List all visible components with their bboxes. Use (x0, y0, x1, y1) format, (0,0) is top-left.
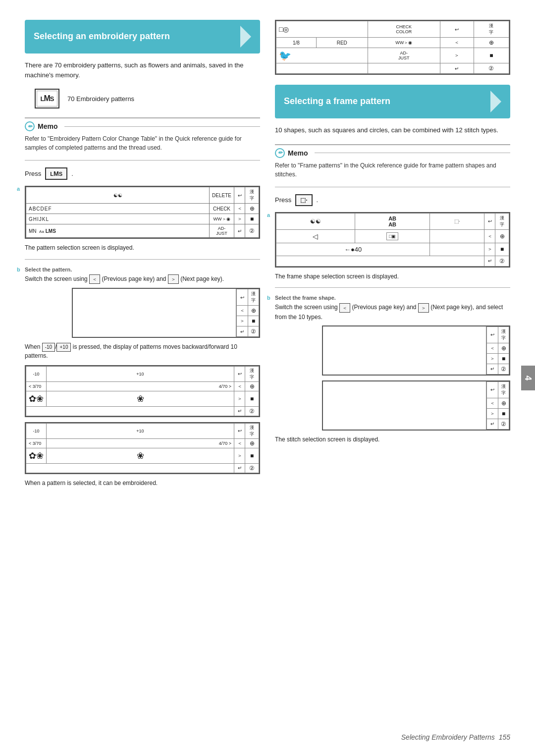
right-prev-key-btn: ＜ (339, 303, 350, 313)
right-empty-screen-1: ↩ 漢字 ＜ ⊕ ＞ ■ ↵ ② (322, 325, 510, 376)
next-key-btn: ＞ (168, 274, 179, 284)
minus10-btn: -10 (42, 343, 55, 352)
right-intro-text: 10 shapes, such as squares and circles, … (275, 125, 510, 135)
press-lms-row: Press LMS . (25, 167, 260, 180)
embroidery-count-label: 70 Embroidery patterns (67, 95, 134, 103)
divider-2 (25, 259, 260, 260)
embroidery-icon-row: LMS 70 Embroidery patterns (35, 89, 260, 108)
caption-final-right: The stitch selection screen is displayed… (275, 435, 510, 444)
right-empty-screen-2: ↩ 漢字 ＜ ⊕ ＞ ■ ↵ ② (322, 380, 510, 431)
caption-frame-screen: The frame shape selection screen is disp… (275, 272, 510, 281)
plus10-btn: +10 (56, 343, 71, 352)
right-next-key-btn: ＞ (418, 303, 429, 313)
left-memo-text: Refer to "Embroidery Pattern Color Chang… (25, 134, 260, 152)
prev-key-btn: ＜ (89, 274, 100, 284)
left-section-header: Selecting an embroidery pattern (25, 20, 260, 54)
pattern-selection-screen: ☯☯ DELETE ↩ 漢字 ABCDEF CHECK ＜ ⊕ GHIJKL W… (25, 186, 260, 239)
top-info-screen: □◎ CHECKCOLOR ↩ 漢字 1/8 RED WW＞◉ ＜ ⊕ 🐦 (275, 20, 510, 75)
chapter-tab: 4 (521, 366, 535, 390)
empty-screen-2: ↩ 漢字 ＜ ⊕ ＞ ■ ↵ ② (72, 288, 260, 338)
pattern-screen-4: -10 +10 ↩ 漢字 < 3/70 4/70 > ＜ ⊕ ✿❀ ❀ ＞ ■ (25, 422, 260, 474)
right-section-title: Selecting a frame pattern (284, 96, 390, 107)
right-section-header: Selecting a frame pattern (275, 85, 510, 118)
right-divider-1 (275, 187, 510, 187)
left-intro-text: There are 70 embroidery patterns, such a… (25, 60, 260, 80)
lms-press-button: LMS (45, 167, 67, 180)
left-memo-title: ✏ Memo (25, 121, 260, 131)
caption-pattern-screen: The pattern selection screen is displaye… (25, 244, 260, 252)
right-step-a-marker: a (267, 212, 270, 218)
right-press-row: Press ⬚· . (275, 194, 510, 206)
step-a-marker: a (17, 186, 20, 192)
divider-1 (25, 160, 260, 161)
frame-press-button: ⬚· (295, 194, 312, 206)
right-step-b-desc: Switch the screen using ＜ (Previous page… (275, 303, 510, 321)
left-section-title: Selecting an embroidery pattern (34, 31, 170, 42)
right-step-b-title: Select the frame shape. (275, 295, 510, 301)
right-memo-title: ✏ Memo (275, 148, 510, 158)
right-section-arrow-icon (490, 91, 501, 112)
right-memo-icon: ✏ (275, 148, 285, 158)
section-arrow-icon (240, 26, 251, 48)
pattern-screen-3: -10 +10 ↩ 漢字 < 3/70 4/70 > ＜ ⊕ ✿❀ ❀ ＞ ■ (25, 365, 260, 417)
memo-icon: ✏ (25, 121, 35, 131)
right-step-b-marker: b (267, 295, 270, 301)
frame-selection-screen: ☯☯ ABAB ⬚· ↩ 漢字 ◁ □▣ ＜ ⊕ ←●40 (275, 212, 510, 268)
step-b-desc: Switch the screen using ＜ (Previous page… (25, 274, 260, 284)
caption-minus-plus: When -10/+10 is pressed, the display of … (25, 343, 260, 360)
left-column: Selecting an embroidery pattern There ar… (25, 20, 260, 492)
right-divider-2 (275, 287, 510, 288)
right-column: □◎ CHECKCOLOR ↩ 漢字 1/8 RED WW＞◉ ＜ ⊕ 🐦 (275, 20, 510, 492)
caption-final-left: When a pattern is selected, it can be em… (25, 479, 260, 487)
step-b-marker: b (17, 267, 20, 272)
left-memo-box: ✏ Memo Refer to "Embroidery Pattern Colo… (25, 117, 260, 152)
right-memo-box: ✏ Memo Refer to "Frame patterns" in the … (275, 144, 510, 179)
page-footer: Selecting Embroidery Patterns 155 (401, 733, 510, 741)
right-memo-text: Refer to "Frame patterns" in the Quick r… (275, 161, 510, 179)
lms-icon: LMS (35, 89, 59, 108)
step-b-title: Select the pattern. (25, 267, 260, 272)
